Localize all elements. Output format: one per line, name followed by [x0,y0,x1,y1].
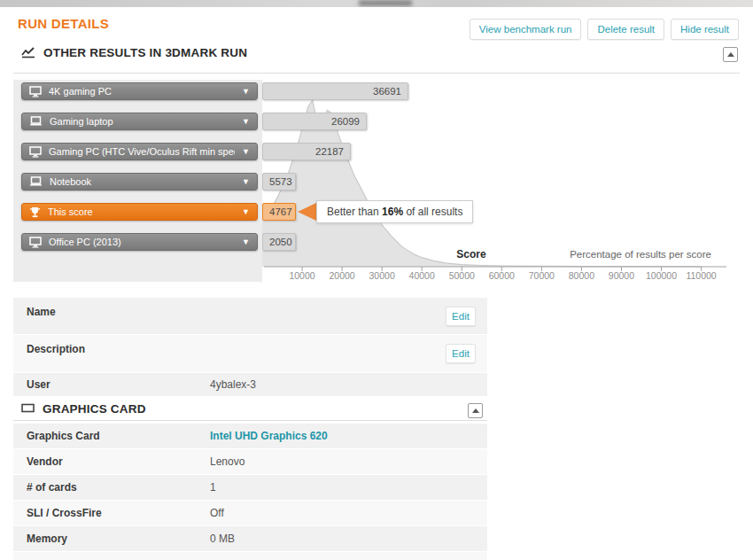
gpu-row-label: SLI / CrossFire [27,507,102,519]
better-than-tooltip: Better than 16% of all results [316,200,473,223]
gpu-row-label: Memory [27,533,67,545]
tooltip-percent: 16% [382,206,403,218]
delete-result-button[interactable]: Delete result [587,19,664,40]
desktop-icon [29,86,42,97]
preset-label: Gaming laptop [50,116,235,127]
result-card: RUN DETAILS View benchmark runDelete res… [0,7,753,560]
header-actions: View benchmark runDelete resultHide resu… [470,19,739,40]
chevron-down-icon: ▼ [242,148,250,156]
x-tick-label: 110000 [675,270,728,281]
chevron-down-icon: ▼ [242,88,250,96]
line-chart-icon [21,47,35,58]
edit-description-button[interactable]: Edit [446,344,476,363]
gpu-row-sli-crossfire: SLI / CrossFireOff [13,501,487,525]
monitor-icon [21,401,35,416]
collapse-section-button[interactable] [468,403,483,418]
collapse-arrow-icon [472,408,479,413]
gpu-row-memory: Memory0 MB [13,526,487,551]
tooltip-arrow-icon [298,203,316,221]
tooltip-text: of all results [403,206,462,218]
detail-label: Description [27,343,85,355]
desktop-icon [29,237,42,248]
gpu-name-link[interactable]: Intel UHD Graphics 620 [210,430,328,442]
preset-dropdown-office-pc-2013[interactable]: Office PC (2013)▼ [21,233,258,251]
gpu-row-of-cards: # of cards1 [13,475,487,500]
preset-dropdown-4k-gaming-pc[interactable]: 4K gaming PC▼ [21,82,258,100]
desktop-icon [29,146,42,158]
background-photo-fragment [359,0,412,6]
graphics-card-header: GRAPHICS CARD [21,401,146,416]
chevron-down-icon: ▼ [242,238,250,246]
preset-label: 4K gaming PC [49,86,235,97]
trophy-icon [29,206,41,218]
section-divider [13,420,487,421]
graphics-card-title: GRAPHICS CARD [43,402,146,416]
gpu-row-label: Vendor [27,455,63,468]
laptop-icon [29,116,43,127]
chevron-down-icon: ▼ [242,118,250,126]
run-details-page: RUN DETAILS View benchmark runDelete res… [0,0,753,560]
preset-label: Notebook [50,176,235,187]
score-value-chip: 5573 [262,173,296,191]
preset-dropdown-gaming-laptop[interactable]: Gaming laptop▼ [21,113,258,130]
score-value-chip: 36691 [262,82,408,100]
detail-row-user: User4ybalex-3 [13,373,487,396]
gpu-row-value: Off [210,507,224,519]
hide-result-button[interactable]: Hide result [671,19,739,40]
score-value-chip: 22187 [262,143,351,160]
gpu-row-graphics-card: Graphics CardIntel UHD Graphics 620 [13,424,487,448]
gpu-row-vendor: VendorLenovo [13,449,487,474]
preset-label: Gaming PC (HTC Vive/Oculus Rift min spec… [49,146,235,157]
other-results-title: OTHER RESULTS IN 3DMARK RUN [43,46,247,59]
preset-label: This score [48,206,235,217]
score-distribution-chart: 4K gaming PC▼36691Gaming laptop▼26099Gam… [13,80,740,284]
x-axis-label: Score [436,248,507,261]
right-axis-label: Percentage of results per score [540,249,711,260]
result-details-table: NameEditDescriptionEditUser4ybalex-3 [13,298,487,397]
preset-label: Office PC (2013) [49,237,235,247]
gpu-row-value: Lenovo [210,455,245,468]
gpu-row-label: # of cards [27,481,77,494]
detail-label: User [27,378,50,391]
graphics-card-table: Graphics CardIntel UHD Graphics 620Vendo… [13,424,487,560]
detail-row-name: NameEdit [13,298,487,334]
detail-value: 4ybalex-3 [210,378,256,391]
gpu-row-label: Graphics Card [27,430,100,442]
score-value-chip: 2050 [262,233,296,251]
score-value-chip: 4767 [262,203,296,221]
tooltip-text: Better than [327,206,382,218]
preset-dropdown-this-score[interactable]: This score▼ [21,203,258,221]
detail-label: Name [27,306,56,318]
chevron-down-icon: ▼ [242,208,250,216]
view-benchmark-run-button[interactable]: View benchmark run [470,19,582,40]
gpu-row-core-clock: Core clock1,100 MHz [13,552,487,560]
page-title: RUN DETAILS [18,16,109,31]
preset-dropdown-gaming-pc-htc-vive-oculus-rift-min-spec[interactable]: Gaming PC (HTC Vive/Oculus Rift min spec… [21,143,258,160]
gpu-row-value: 1 [210,481,216,494]
laptop-icon [29,176,43,187]
section-divider [13,73,740,74]
other-results-header: OTHER RESULTS IN 3DMARK RUN [21,46,247,59]
edit-name-button[interactable]: Edit [446,307,476,326]
chevron-down-icon: ▼ [242,178,250,186]
collapse-section-button[interactable] [723,47,738,62]
detail-row-description: DescriptionEdit [13,335,487,372]
page-background-strip [0,0,753,7]
score-value-chip: 26099 [262,113,367,130]
collapse-arrow-icon [727,52,734,57]
preset-dropdown-notebook[interactable]: Notebook▼ [21,173,258,191]
gpu-row-value: 0 MB [210,533,235,545]
